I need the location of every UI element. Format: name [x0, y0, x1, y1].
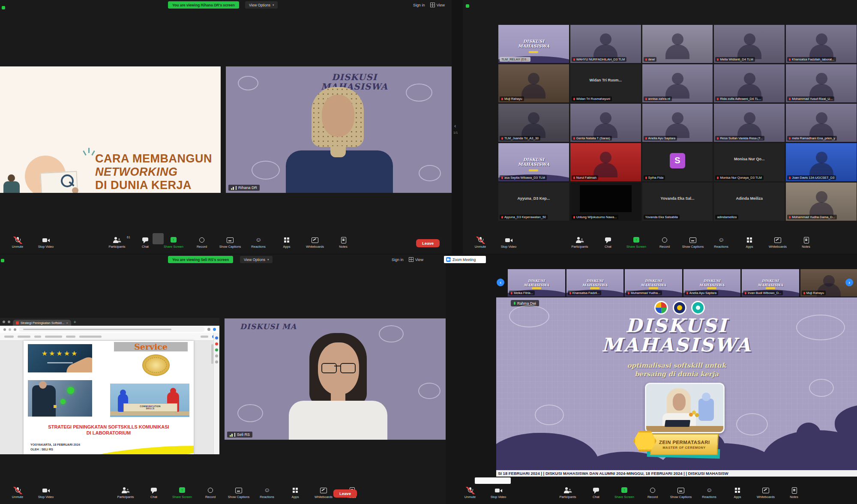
participant-tile[interactable]: DISKUSI MAHASISWA Adinda Meiliza adindam… — [714, 183, 785, 221]
toolbar-button[interactable]: Share Screen — [610, 487, 638, 499]
toolbar-button[interactable]: Unmute — [3, 237, 32, 249]
leave-button[interactable]: Leave — [416, 239, 440, 247]
toolbar-button[interactable]: Unmute — [466, 237, 494, 249]
participant-tile[interactable]: DISKUSI MAHASISWA Mella Widianti_D4 TLM — [714, 25, 785, 63]
participant-tile[interactable]: DISKUSI MAHASISWA Anelia Ayu Saptara — [642, 104, 713, 142]
toolbar-button[interactable]: Whiteboards — [752, 487, 780, 499]
ribbon-control[interactable] — [79, 336, 102, 338]
participant-tile[interactable]: DISKUSI MAHASISWA Ayyuna_D3 Kep... Ayyun… — [498, 183, 569, 221]
address-field[interactable] — [19, 327, 205, 332]
toolbar-button[interactable]: Whiteboards — [301, 237, 329, 249]
view-options-button[interactable]: View Options ▾ — [245, 1, 278, 9]
sidebar-icon[interactable] — [215, 336, 218, 339]
view-options-button[interactable]: View Options ▾ — [240, 256, 273, 263]
toolbar-button[interactable]: Share Screen — [168, 487, 196, 499]
toolbar-button[interactable]: Participants — [103, 237, 131, 249]
participant-tile[interactable]: DISKUSI MAHASISWA Khansatsa Fadzilah_lab… — [786, 25, 857, 63]
participant-tile[interactable]: DISKUSI MAHASISWA dewi — [642, 25, 713, 63]
toolbar-button[interactable]: Reactions — [244, 237, 273, 249]
participant-tile[interactable]: DISKUSI MAHASISWA Joan Davis 134-UGCSET_… — [786, 143, 857, 181]
toolbar-button[interactable]: Participants — [566, 237, 594, 249]
toolbar-button[interactable]: Show Captions — [216, 237, 244, 249]
toolbar-button[interactable]: Stop Video — [32, 487, 60, 499]
toolbar-button[interactable]: Apps — [281, 487, 309, 499]
toolbar-button[interactable]: Notes — [792, 237, 820, 249]
leave-button[interactable]: Leave — [333, 489, 357, 498]
ribbon-control[interactable] — [34, 336, 41, 338]
toolbar-button[interactable]: Record — [196, 487, 225, 499]
sidebar-icon[interactable] — [215, 348, 218, 351]
participant-tile[interactable]: DISKUSI MAHASISWA Muji Rahayu — [498, 64, 569, 102]
toolbar-button[interactable]: Share Screen — [622, 237, 650, 249]
participant-tile[interactable]: DISKUSI MAHASISWA Mohammad Yusuf Rizal_U… — [786, 64, 857, 102]
toolbar-button[interactable]: Reactions — [707, 237, 735, 249]
toolbar-button[interactable]: Record — [638, 487, 667, 499]
participant-tile[interactable]: DISKUSI MAHASISWA mela Ramadhani Ena_prk… — [786, 104, 857, 142]
toolbar-button[interactable]: Apps — [273, 237, 301, 249]
sidebar-icon[interactable] — [215, 342, 218, 345]
forward-icon[interactable] — [9, 328, 11, 331]
toolbar-button[interactable]: Chat — [594, 237, 622, 249]
toolbar-button[interactable]: Whiteboards — [764, 237, 792, 249]
participant-tile[interactable]: DISKUSI MAHASISWA Nurul Fatimah — [570, 143, 641, 181]
participant-tile[interactable]: DISKUSI MAHASISWA Widan Tri Rusm... Wida… — [570, 64, 641, 102]
toolbar-button[interactable]: Participants — [554, 487, 582, 499]
close-tab-icon[interactable]: × — [66, 321, 68, 325]
toolbar-button[interactable]: Unmute — [456, 487, 484, 499]
toolbar-button[interactable]: Show Captions — [667, 487, 695, 499]
back-icon[interactable] — [3, 328, 6, 331]
toolbar-button[interactable]: Stop Video — [494, 237, 523, 249]
speaker-video-tile[interactable]: DISKUSI MA Seli RS — [225, 318, 452, 440]
toolbar-button[interactable]: Record — [650, 237, 679, 249]
participant-tile[interactable]: DISKUSI MAHASISWA Genta Natalia T (Saras… — [570, 104, 641, 142]
sign-in-link[interactable]: Sign in — [413, 3, 425, 7]
toolbar-button[interactable]: Chat — [582, 487, 610, 499]
toolbar-button[interactable]: Chat — [140, 487, 168, 499]
toolbar-button[interactable]: Notes — [780, 487, 808, 499]
participant-tile[interactable]: DISKUSI MAHASISWA asa Septia Wibawa_D3 T… — [498, 143, 569, 181]
participant-tile[interactable]: DISKUSI MAHASISWA annisa zahra nf — [642, 64, 713, 102]
ribbon-control[interactable] — [66, 336, 75, 338]
gallery-prev-arrow[interactable]: ‹ — [454, 123, 456, 129]
participant-tile[interactable]: DISKUSI MAHASISWA Meika Fitria... — [508, 269, 565, 297]
participant-tile[interactable]: DISKUSI MAHASISWA Resa Sultan Vanida Res… — [714, 104, 785, 142]
filmstrip-prev-button[interactable]: ‹ — [497, 279, 504, 286]
participant-tile[interactable]: DISKUSI MAHASISWA TLM_Juanda Tri_A3_30 — [498, 104, 569, 142]
ribbon-control[interactable] — [4, 336, 14, 338]
participant-tile[interactable]: DISKUSI MAHASISWA Rida zulfa Adhraeni_D4… — [714, 64, 785, 102]
browser-tab[interactable]: Strategi Peningkatan Softskil... × — [13, 320, 71, 326]
toolbar-button[interactable]: Stop Video — [484, 487, 512, 499]
ribbon-control[interactable] — [201, 336, 208, 338]
toolbar-button[interactable]: Reactions — [695, 487, 723, 499]
toolbar-button[interactable]: Show Captions — [225, 487, 253, 499]
participant-tile[interactable]: DISKUSI MAHASISWA Muhammad Yudha... — [625, 269, 682, 297]
toolbar-button[interactable]: Unmute — [3, 487, 32, 499]
participant-tile[interactable]: DISKUSI MAHASISWA Khansatsa Fadzil... — [566, 269, 624, 297]
ribbon-control[interactable] — [45, 336, 62, 338]
zoom-meeting-window-tab[interactable]: Zoom Meeting — [444, 256, 486, 263]
participant-tile[interactable]: DISKUSI MAHASISWA TLM_RELAX (D3... — [498, 25, 569, 63]
extensions-icon[interactable] — [207, 328, 210, 331]
participant-tile[interactable]: DISKUSI MAHASISWA Monisa Nur Qo... Monis… — [714, 143, 785, 181]
toolbar-button[interactable]: Show Captions — [679, 237, 707, 249]
sidebar-icon[interactable] — [215, 354, 218, 357]
new-tab-button[interactable]: + — [74, 320, 76, 324]
view-button[interactable]: View — [409, 257, 423, 262]
participant-tile[interactable]: DISKUSI MAHASISWA Irvan Budi Wibowo_D... — [742, 269, 799, 297]
participant-tile[interactable]: DISKUSI MAHASISWA Yovanda Eka Sal... Yov… — [642, 183, 713, 221]
toolbar-button[interactable]: Record — [188, 237, 216, 249]
participant-tile[interactable]: DISKUSI MAHASISWA Anelia Ayu Saptara — [683, 269, 741, 297]
toolbar-button[interactable]: Apps — [723, 487, 752, 499]
speaker-video-tile[interactable]: DISKUSI MAHASISWA Rihana DR — [226, 66, 452, 193]
toolbar-button[interactable]: Chat — [131, 237, 159, 249]
participant-tile[interactable]: DISKUSI MAHASISWA Mohammad Yudha Dama_D.… — [786, 183, 857, 221]
view-button[interactable]: View — [430, 3, 445, 7]
participant-tile[interactable]: DISKUSI MAHASISWA WAHYU NURFADHILAH_D3 T… — [570, 25, 641, 63]
toolbar-button[interactable]: Stop Video — [32, 237, 60, 249]
toolbar-button[interactable]: Share Screen — [159, 237, 188, 249]
toolbar-button[interactable]: Reactions — [253, 487, 281, 499]
toolbar-button[interactable]: Apps — [735, 237, 764, 249]
toolbar-button[interactable]: Participants — [111, 487, 140, 499]
refresh-icon[interactable] — [14, 328, 16, 331]
participant-tile[interactable]: DISKUSI MAHASISWA Untung Wijokusumo Nawa… — [570, 183, 641, 221]
